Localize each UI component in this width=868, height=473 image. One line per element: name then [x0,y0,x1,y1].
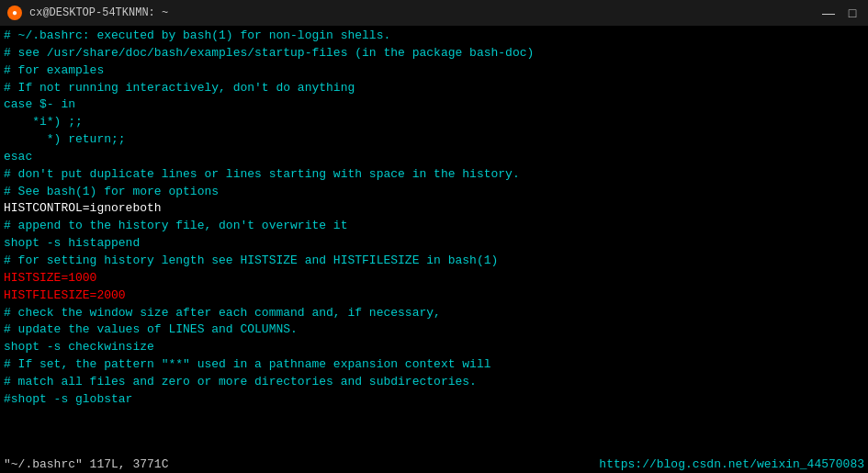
maximize-button[interactable]: □ [844,5,861,21]
terminal-line: HISTSIZE=1000 [4,270,864,287]
terminal-line: # update the values of LINES and COLUMNS… [4,321,864,339]
terminal-line: # ~/.bashrc: executed by bash(1) for non… [4,28,864,45]
terminal-line: HISTFILESIZE=2000 [4,287,864,305]
terminal-line: HISTCONTROL=ignoreboth [4,200,864,218]
terminal-line: case $- in [4,96,864,114]
status-bar: "~/.bashrc" 117L, 3771C https://blog.csd… [0,455,868,473]
terminal-line: # See bash(1) for more options [4,184,864,201]
terminal-line: # for examples [4,62,864,80]
terminal-line: # append to the history file, don't over… [4,218,864,235]
terminal-line: # see /usr/share/doc/bash/examples/start… [4,45,864,62]
terminal-line: # for setting history length see HISTSIZ… [4,253,864,270]
terminal-content[interactable]: # ~/.bashrc: executed by bash(1) for non… [0,26,868,473]
terminal-line: esac [4,149,864,166]
terminal-line: # If not running interactively, don't do… [4,80,864,97]
terminal-line: *) return;; [4,131,864,149]
status-left: "~/.bashrc" 117L, 3771C [4,457,168,471]
window-controls: — □ [820,5,861,21]
status-right: https://blog.csdn.net/weixin_44570083 [599,457,864,471]
terminal-line: shopt -s histappend [4,235,864,253]
titlebar: ● cx@DESKTOP-54TKNMN: ~ — □ [0,0,868,26]
app-icon: ● [7,6,22,20]
terminal-line: # match all files and zero or more direc… [4,374,864,391]
window-title: cx@DESKTOP-54TKNMN: ~ [29,6,168,19]
terminal-line: shopt -s checkwinsize [4,339,864,356]
code-lines: # ~/.bashrc: executed by bash(1) for non… [4,28,864,409]
terminal-line: # check the window size after each comma… [4,305,864,322]
minimize-button[interactable]: — [820,5,837,21]
terminal-line: *i*) ;; [4,114,864,131]
terminal-line: # If set, the pattern "**" used in a pat… [4,356,864,374]
terminal-line: #shopt -s globstar [4,391,864,409]
terminal-line: # don't put duplicate lines or lines sta… [4,166,864,184]
